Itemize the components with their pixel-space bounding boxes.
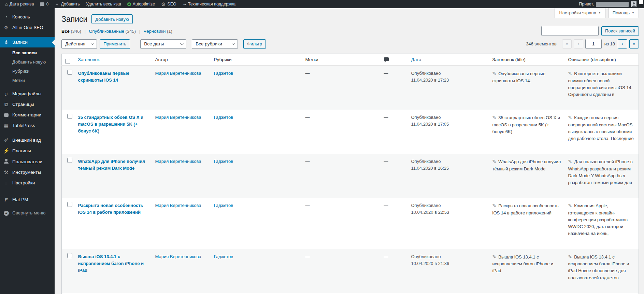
sidebar-item-settings[interactable]: ≡ Настройки (0, 178, 55, 188)
add-new-menu[interactable]: ＋ Добавить (52, 0, 83, 8)
autoptimize-menu[interactable]: Autoptimize (124, 0, 158, 8)
view-drafts[interactable]: Черновики (144, 29, 166, 34)
current-page-input[interactable] (585, 39, 602, 49)
seo-desc-value: Вышла iOS 13.4.1 с исправлением багов iP… (568, 254, 629, 280)
sidebar-label: Комментарии (12, 112, 41, 117)
support-menu[interactable]: → Техническая поддержка (180, 0, 239, 8)
sidebar-label: Flat PM (12, 197, 28, 202)
category-link[interactable]: Гаджетов (214, 115, 233, 120)
dates-filter-select[interactable]: Все даты (140, 39, 186, 49)
sidebar-label: Свернуть меню (12, 210, 45, 215)
row-checkbox[interactable] (67, 114, 72, 119)
pagination: 346 элементов « ‹ из 18 › » (526, 39, 639, 49)
bulk-actions-select[interactable]: Действия (61, 39, 97, 49)
seo-label: SEO (167, 2, 176, 6)
post-title-link[interactable]: Опубликованы первые скриншоты iOS 14 (78, 70, 148, 84)
scrollbar-thumb[interactable] (639, 0, 643, 4)
support-label: → Техническая поддержка (183, 2, 235, 6)
view-all[interactable]: Все (61, 29, 70, 34)
sidebar-item-dashboard[interactable]: ◔ Консоль (0, 12, 55, 22)
seo-menu[interactable]: ⚙ SEO (158, 0, 180, 8)
prev-page-button[interactable]: ‹ (574, 39, 583, 48)
sidebar-item-users[interactable]: Пользователи (0, 156, 55, 167)
apply-button[interactable]: Применить (100, 39, 130, 49)
list-toolbar: Действия Применить Все даты Все рубрики … (61, 39, 639, 49)
post-title-link[interactable]: 35 стандартных обоев OS X и macOS в разр… (78, 114, 148, 135)
search-posts-button[interactable]: Поиск записей (601, 26, 639, 36)
sidebar-item-media[interactable]: ♫ Медиафайлы (0, 88, 55, 99)
pencil-icon: ✎ (492, 71, 497, 76)
comments-value: — (384, 159, 388, 164)
site-menu[interactable]: ⌂ Дата релиза (2, 0, 37, 8)
sidebar-label: Пользователи (12, 159, 42, 164)
pencil-icon: ✎ (492, 115, 497, 120)
row-checkbox[interactable] (67, 158, 72, 163)
view-published[interactable]: Опубликованные (89, 29, 124, 34)
clear-cache-menu[interactable]: Удалить весь кэш (83, 0, 124, 8)
column-date: Дата (408, 54, 489, 66)
screen-options-tab[interactable]: Настройки экрана ▼ (555, 8, 605, 18)
seo-desc-value: Компания Apple, готовящаяся к онлайн-кон… (568, 203, 628, 236)
post-title-link[interactable]: WhatsApp для iPhone получил тёмный режим… (78, 158, 148, 172)
sidebar-label: Страницы (12, 102, 34, 107)
sidebar-label: All in One SEO (12, 25, 43, 30)
first-page-button[interactable]: « (562, 39, 572, 48)
sidebar-item-aioseo[interactable]: ⚙ All in One SEO (0, 22, 55, 33)
category-link[interactable]: Гаджетов (214, 203, 233, 208)
author-link[interactable]: Мария Веретенникова (155, 203, 201, 208)
author-link[interactable]: Мария Веретенникова (155, 159, 201, 164)
select-all-checkbox[interactable] (65, 59, 70, 64)
table-row: Раскрыта новая особенность iOS 14 в рабо… (62, 198, 639, 249)
sidebar-item-tools[interactable]: ⚒ Инструменты (0, 167, 55, 178)
gear-icon: ⚙ (161, 2, 166, 7)
items-count: 346 элементов (526, 41, 557, 46)
sidebar-item-appearance[interactable]: ✐ Внешний вид (0, 135, 55, 145)
author-link[interactable]: Мария Веретенникова (155, 254, 201, 259)
post-date: 11.04.2020 в 17:05 (411, 121, 486, 128)
submenu-all-posts[interactable]: Все записи (0, 48, 55, 57)
post-title-link[interactable]: Раскрыта новая особенность iOS 14 в рабо… (78, 202, 148, 216)
author-link[interactable]: Мария Веретенникова (155, 115, 201, 120)
post-date: 11.04.2020 в 16:25 (411, 165, 486, 172)
author-link[interactable]: Мария Веретенникова (155, 71, 201, 76)
collapse-menu-button[interactable]: ◀ Свернуть меню (0, 207, 55, 219)
last-page-button[interactable]: » (629, 39, 639, 48)
submenu-add-new[interactable]: Добавить новую (0, 57, 55, 67)
next-page-button[interactable]: › (618, 39, 627, 48)
table-row: Опубликованы первые скриншоты iOS 14 Мар… (62, 66, 639, 110)
admin-bar-account[interactable]: Привет, (579, 1, 644, 7)
sidebar-item-flatpm[interactable]: F Flat PM (0, 194, 55, 205)
pencil-icon: ✎ (568, 203, 572, 208)
sidebar-item-plugins[interactable]: ⚡ Плагины (0, 145, 55, 156)
row-checkbox[interactable] (67, 202, 72, 207)
row-checkbox[interactable] (67, 253, 72, 258)
submenu-tags[interactable]: Метки (0, 76, 55, 85)
column-author: Автор (152, 54, 211, 66)
add-new-button[interactable]: Добавить новую (91, 14, 132, 24)
comments-menu[interactable]: 0 (37, 0, 52, 8)
category-link[interactable]: Гаджетов (214, 71, 233, 76)
autoptimize-label: Autoptimize (133, 2, 155, 6)
comments-value: — (384, 254, 388, 259)
help-tab[interactable]: Помощь ▼ (608, 8, 639, 18)
sidebar-item-posts[interactable]: ✏ Записи (0, 37, 55, 47)
posts-table: Заголовок Автор Рубрики Метки Дата Загол… (61, 54, 639, 294)
submenu-categories[interactable]: Рубрики (0, 67, 55, 76)
sidebar-item-tablepress[interactable]: ▦ TablePress (0, 120, 55, 131)
sidebar-item-comments[interactable]: Комментарии (0, 110, 55, 120)
post-title-link[interactable]: Вышла iOS 13.4.1 с исправлением багов iP… (78, 253, 148, 274)
row-checkbox[interactable] (67, 70, 72, 75)
search-input[interactable] (541, 26, 599, 36)
sort-title-link[interactable]: Заголовок (78, 57, 100, 62)
seo-title-value: 35 стандартных обоев OS X и macOS в разр… (492, 115, 560, 134)
categories-filter-select[interactable]: Все рубрики (192, 39, 238, 49)
pencil-icon: ✎ (568, 115, 572, 120)
chevron-down-icon (232, 42, 235, 45)
post-status: Опубликовано (411, 70, 486, 77)
filter-button[interactable]: Фильтр (243, 39, 266, 49)
seo-desc-value: В интернете выложили снимки обоев новой … (568, 71, 633, 97)
category-link[interactable]: Гаджетов (214, 254, 233, 259)
sidebar-item-pages[interactable]: ⧉ Страницы (0, 99, 55, 110)
category-link[interactable]: Гаджетов (214, 159, 233, 164)
sort-date-link[interactable]: Дата (411, 57, 421, 62)
